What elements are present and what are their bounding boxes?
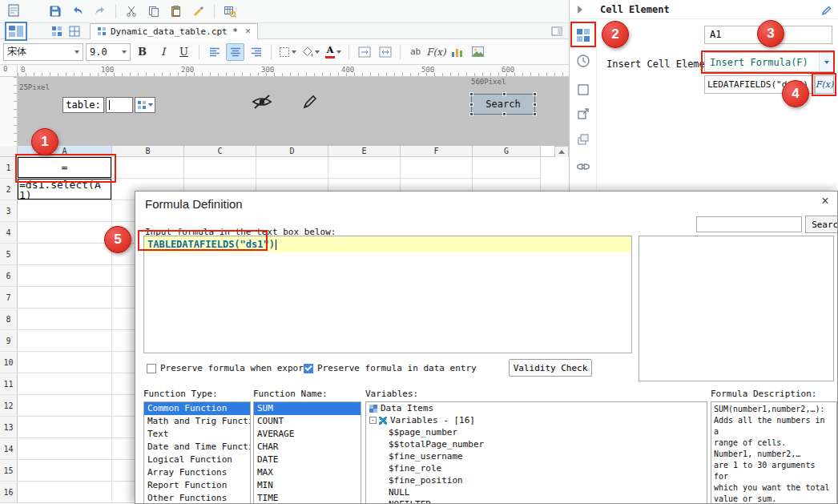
tab-dynamic-data-table[interactable]: Dynamic_data_table.cpt * ×: [90, 23, 258, 39]
variable-item[interactable]: $$page_number: [366, 426, 707, 438]
tab-close-icon[interactable]: ×: [245, 26, 251, 37]
cell-a8[interactable]: [18, 308, 112, 330]
preserve-entry-checkbox[interactable]: Preserve formula in data entry: [304, 363, 477, 373]
template-icon[interactable]: [5, 22, 27, 44]
function-type-item[interactable]: Report Function: [144, 479, 250, 492]
row-header-9[interactable]: 9: [0, 330, 18, 352]
dropdown-widget[interactable]: [135, 97, 155, 113]
cell-a4[interactable]: [18, 222, 112, 244]
fill-color-dropdown[interactable]: [300, 43, 321, 61]
font-color-dropdown[interactable]: A: [324, 43, 343, 61]
function-name-item[interactable]: TIME: [254, 492, 361, 504]
cell-a13[interactable]: [18, 417, 112, 438]
redo-button[interactable]: [90, 2, 111, 21]
row-header-6[interactable]: 6: [0, 265, 18, 287]
checkbox-unchecked-icon[interactable]: [147, 364, 156, 373]
row-header-13[interactable]: 13: [0, 417, 18, 438]
cut-button[interactable]: [121, 2, 142, 21]
function-name-item[interactable]: AVERAGE: [254, 428, 361, 441]
merge-cells-button[interactable]: [355, 43, 373, 61]
function-type-item[interactable]: Date and Time Function: [144, 441, 250, 454]
variable-item[interactable]: Data Items: [366, 402, 707, 414]
table-label-widget[interactable]: table:: [62, 97, 104, 113]
function-type-item[interactable]: Text: [144, 428, 250, 441]
selection-handle[interactable]: [469, 103, 473, 107]
variable-item[interactable]: -Variables - [16]: [366, 414, 707, 426]
hyperlink-panel-icon[interactable]: [570, 155, 597, 178]
font-size-select[interactable]: 9.0: [86, 43, 131, 61]
underline-button[interactable]: U: [175, 43, 193, 61]
row-header-3[interactable]: 3: [0, 200, 18, 222]
text-input-widget[interactable]: [106, 97, 133, 113]
save-button[interactable]: [45, 2, 66, 21]
column-header-c[interactable]: C: [184, 146, 256, 157]
function-name-item[interactable]: COUNT: [254, 415, 361, 428]
row-header-10[interactable]: 10: [0, 352, 18, 373]
variable-item[interactable]: $fine_role: [366, 462, 707, 474]
text-widget-button[interactable]: ab: [406, 43, 425, 61]
variable-item[interactable]: $fine_position: [366, 474, 707, 486]
collapse-panel-icon[interactable]: [578, 6, 582, 14]
selection-handle[interactable]: [533, 92, 537, 96]
unmerge-cells-button[interactable]: [376, 43, 394, 61]
row-header-12[interactable]: 12: [0, 395, 18, 417]
selection-handle[interactable]: [533, 103, 537, 107]
edit-pencil-icon[interactable]: [821, 4, 832, 19]
function-type-item[interactable]: Other Functions: [144, 492, 250, 504]
widget-view-icon[interactable]: [66, 24, 83, 38]
cell-c1[interactable]: [184, 157, 256, 179]
cell-d1[interactable]: [256, 157, 328, 179]
row-header-15[interactable]: 15: [0, 460, 18, 482]
function-name-item[interactable]: SUM: [254, 402, 361, 415]
column-header-f[interactable]: F: [401, 146, 473, 157]
component-view-icon[interactable]: [48, 24, 66, 38]
function-type-item[interactable]: Math and Trig Function: [144, 415, 250, 428]
cell-a15[interactable]: [18, 460, 112, 482]
cell-e1[interactable]: [328, 157, 401, 179]
new-report-icon[interactable]: [8, 3, 19, 21]
row-header-11[interactable]: 11: [0, 373, 18, 395]
align-right-button[interactable]: [247, 43, 265, 61]
function-type-item[interactable]: Logical Function: [144, 454, 250, 466]
align-left-button[interactable]: [205, 43, 224, 61]
italic-button[interactable]: I: [154, 43, 172, 61]
row-header-5[interactable]: 5: [0, 244, 18, 265]
float-window-icon[interactable]: [551, 26, 562, 36]
format-painter-button[interactable]: [188, 2, 209, 21]
variable-item[interactable]: NOFILTER: [366, 498, 707, 504]
function-name-item[interactable]: DATE: [254, 454, 361, 466]
cell-b1[interactable]: [112, 157, 184, 179]
search-result-list[interactable]: [639, 236, 834, 381]
row-header-14[interactable]: 14: [0, 438, 18, 460]
selection-handle[interactable]: [533, 112, 537, 116]
variable-item[interactable]: $$totalPage_number: [366, 438, 707, 450]
cell-a16[interactable]: [18, 482, 112, 503]
condition-attributes-panel-icon[interactable]: [570, 128, 597, 151]
dialog-close-icon[interactable]: ×: [818, 194, 832, 208]
selection-handle[interactable]: [502, 112, 506, 116]
align-center-button[interactable]: [226, 43, 244, 61]
preserve-export-checkbox[interactable]: Preserve formula when export: [147, 363, 308, 373]
cell-a14[interactable]: [18, 438, 112, 460]
variable-item[interactable]: $fine_username: [366, 450, 707, 462]
cell-a7[interactable]: [18, 287, 112, 308]
function-type-item[interactable]: Common Function: [144, 402, 250, 415]
row-header-4[interactable]: 4: [0, 222, 18, 244]
copy-button[interactable]: [143, 2, 164, 21]
row-header-16[interactable]: 16: [0, 482, 18, 503]
selection-handle[interactable]: [469, 112, 473, 116]
column-header-g[interactable]: G: [473, 146, 541, 157]
search-button-widget[interactable]: Search: [471, 94, 535, 115]
cell-f1[interactable]: [401, 157, 473, 179]
column-header-d[interactable]: D: [256, 146, 328, 157]
column-header-b[interactable]: B: [112, 146, 184, 157]
column-header-e[interactable]: E: [328, 146, 401, 157]
undo-button[interactable]: [67, 2, 88, 21]
widget-settings-panel-icon[interactable]: [570, 103, 597, 125]
eye-slash-icon[interactable]: [252, 93, 272, 114]
formula-editor-area[interactable]: TABLEDATAFIELDS("ds1"): [143, 236, 632, 353]
function-name-item[interactable]: CHAR: [254, 441, 361, 454]
row-header-7[interactable]: 7: [0, 287, 18, 308]
function-type-item[interactable]: Array Functions: [144, 466, 250, 479]
selection-handle[interactable]: [469, 92, 473, 96]
